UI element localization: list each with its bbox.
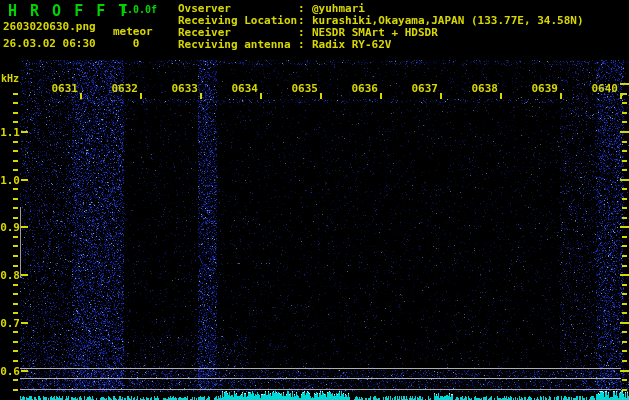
spectrogram-canvas [0, 0, 629, 400]
hrofft-spectrogram-window: H R O F F T 1.0.0f 2603020630.png 26.03.… [0, 0, 629, 400]
